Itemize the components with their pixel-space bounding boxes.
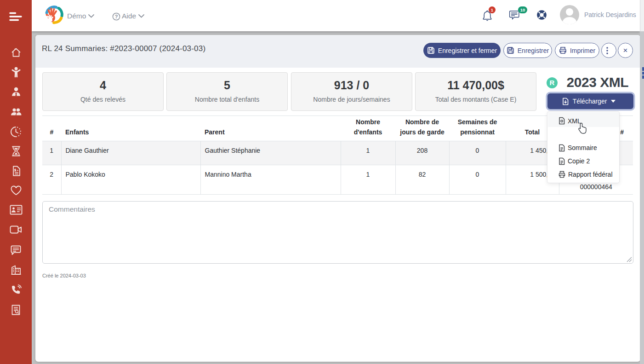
svg-text:?: ? bbox=[115, 14, 118, 19]
